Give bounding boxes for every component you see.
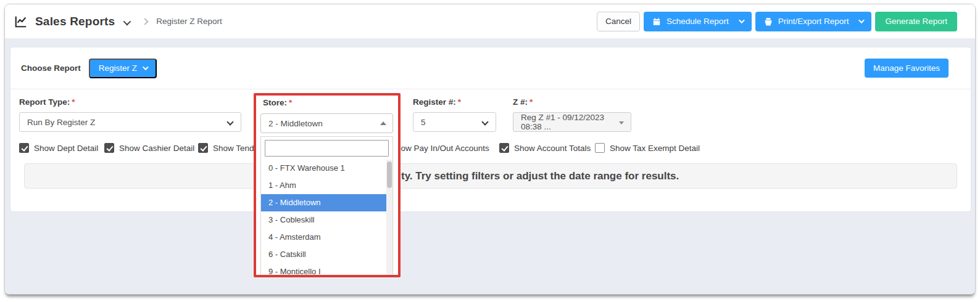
z-number-value: Reg Z #1 - 09/12/2023 08:38 ...: [521, 113, 623, 131]
cancel-button[interactable]: Cancel: [597, 12, 640, 31]
store-option[interactable]: 1 - Ahm: [261, 177, 392, 194]
store-option-list: 0 - FTX Warehouse 1 1 - Ahm 2 - Middleto…: [261, 160, 392, 275]
required-asterisk: *: [289, 98, 292, 107]
required-asterisk: *: [72, 97, 75, 107]
breadcrumb-separator-icon: [142, 18, 149, 25]
dropdown-scrollbar[interactable]: [386, 160, 392, 275]
header-actions: Cancel Schedule Report Print/Export Repo…: [597, 12, 957, 31]
page-title: Sales Reports: [35, 15, 115, 28]
required-asterisk: *: [458, 97, 461, 107]
chevron-down-icon[interactable]: [858, 17, 865, 23]
empty-results-message-bar: ty. Try setting filters or adjust the da…: [24, 163, 957, 189]
checkbox-icon[interactable]: [104, 143, 114, 153]
report-type-value: Run By Register Z: [27, 118, 95, 127]
app-window: Sales Reports Register Z Report Cancel S…: [4, 4, 976, 295]
store-option[interactable]: 4 - Amsterdam: [261, 229, 392, 246]
store-option[interactable]: 0 - FTX Warehouse 1: [261, 160, 392, 177]
register-number-select[interactable]: 5: [413, 112, 496, 132]
required-asterisk: *: [529, 97, 533, 107]
report-button-label: Register Z: [99, 63, 137, 73]
manage-favorites-button[interactable]: Manage Favorites: [865, 59, 949, 78]
breadcrumb: Register Z Report: [156, 17, 222, 26]
chevron-down-icon: [143, 64, 149, 70]
checkbox-show-account-totals[interactable]: Show Account Totals: [499, 143, 591, 153]
schedule-report-label: Schedule Report: [666, 17, 729, 26]
checkbox-show-cashier-detail[interactable]: Show Cashier Detail: [104, 143, 194, 153]
store-option[interactable]: 3 - Cobleskill: [261, 211, 392, 229]
choose-report-label: Choose Report: [21, 63, 81, 73]
checkbox-icon[interactable]: [499, 143, 509, 153]
store-search-input[interactable]: [265, 140, 389, 157]
dropdown-scrollbar-thumb[interactable]: [387, 161, 392, 188]
store-dropdown-annotation: Store:* 2 - Middletown 0 - FTX Warehouse…: [254, 93, 401, 277]
report-type-label: Report Type:*: [19, 97, 75, 107]
generate-report-button[interactable]: Generate Report: [875, 12, 957, 31]
calendar-icon: [652, 17, 661, 26]
content-area: Choose Report Register Z Manage Favorite…: [5, 39, 975, 294]
z-number-select[interactable]: Reg Z #1 - 09/12/2023 08:38 ...: [513, 112, 631, 132]
checkbox-icon[interactable]: [198, 143, 208, 153]
page-header: Sales Reports Register Z Report Cancel S…: [5, 4, 975, 39]
chart-line-icon: [14, 15, 28, 28]
triangle-up-icon: [380, 121, 386, 125]
store-option[interactable]: 9 - Monticello I: [261, 263, 392, 275]
chevron-down-icon: [481, 118, 488, 125]
report-type-select[interactable]: Run By Register Z: [19, 112, 241, 132]
triangle-down-icon: [619, 121, 624, 124]
checkbox-icon[interactable]: [595, 143, 605, 153]
print-export-button[interactable]: Print/Export Report: [755, 12, 872, 31]
z-number-label: Z #:*: [513, 97, 533, 107]
printer-icon: [764, 17, 773, 26]
schedule-report-button[interactable]: Schedule Report: [644, 12, 752, 31]
choose-report-row: Choose Report Register Z Manage Favorite…: [10, 47, 971, 89]
chevron-down-icon: [226, 118, 233, 125]
register-number-value: 5: [421, 118, 426, 127]
checkbox-show-tax-exempt-detail[interactable]: Show Tax Exempt Detail: [595, 143, 700, 153]
store-select[interactable]: 2 - Middletown: [260, 113, 393, 133]
store-option-selected[interactable]: 2 - Middletown: [261, 194, 392, 211]
chevron-down-icon[interactable]: [123, 18, 131, 26]
store-select-value: 2 - Middletown: [268, 119, 323, 128]
store-option[interactable]: 6 - Catskill: [261, 246, 392, 263]
store-label: Store:*: [263, 98, 292, 107]
store-dropdown-panel: 0 - FTX Warehouse 1 1 - Ahm 2 - Middleto…: [260, 136, 393, 275]
print-export-label: Print/Export Report: [778, 17, 849, 26]
options-row: Show Dept Detail Show Cashier Detail Sho…: [5, 143, 975, 154]
checkbox-icon[interactable]: [19, 143, 29, 153]
report-type-dropdown-button[interactable]: Register Z: [89, 59, 157, 78]
chevron-down-icon[interactable]: [739, 17, 745, 23]
checkbox-show-dept-detail[interactable]: Show Dept Detail: [19, 143, 98, 153]
register-number-label: Register #:*: [413, 97, 461, 107]
